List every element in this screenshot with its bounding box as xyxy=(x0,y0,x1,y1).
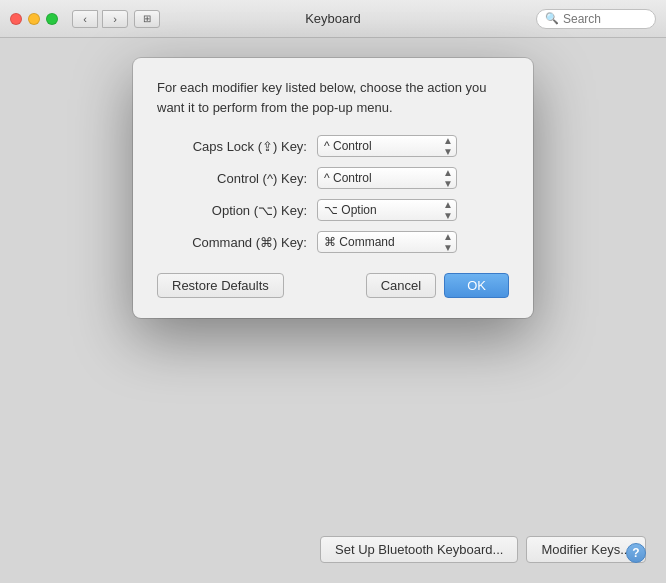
key-select-wrapper-2: No Action^ Control⌥ Option⌘ Command⇪ Cap… xyxy=(317,199,457,221)
main-content: For each modifier key listed below, choo… xyxy=(0,38,666,583)
key-row-1: Control (^) Key:No Action^ Control⌥ Opti… xyxy=(157,167,509,189)
modal-buttons: Restore Defaults Cancel OK xyxy=(157,273,509,298)
forward-button[interactable]: › xyxy=(102,10,128,28)
search-bar[interactable]: 🔍 xyxy=(536,9,656,29)
key-label-3: Command (⌘) Key: xyxy=(157,235,317,250)
key-select-0[interactable]: No Action^ Control⌥ Option⌘ Command⇪ Cap… xyxy=(317,135,457,157)
modal-dialog: For each modifier key listed below, choo… xyxy=(133,58,533,318)
bottom-bar: Set Up Bluetooth Keyboard... Modifier Ke… xyxy=(0,536,666,563)
search-input[interactable] xyxy=(563,12,647,26)
maximize-button[interactable] xyxy=(46,13,58,25)
grid-button[interactable]: ⊞ xyxy=(134,10,160,28)
window-title: Keyboard xyxy=(305,11,361,26)
search-icon: 🔍 xyxy=(545,12,559,25)
key-select-2[interactable]: No Action^ Control⌥ Option⌘ Command⇪ Cap… xyxy=(317,199,457,221)
nav-buttons: ‹ › xyxy=(72,10,128,28)
close-button[interactable] xyxy=(10,13,22,25)
titlebar: ‹ › ⊞ Keyboard 🔍 xyxy=(0,0,666,38)
key-row-3: Command (⌘) Key:No Action^ Control⌥ Opti… xyxy=(157,231,509,253)
ok-button[interactable]: OK xyxy=(444,273,509,298)
restore-defaults-button[interactable]: Restore Defaults xyxy=(157,273,284,298)
bluetooth-keyboard-button[interactable]: Set Up Bluetooth Keyboard... xyxy=(320,536,518,563)
key-select-3[interactable]: No Action^ Control⌥ Option⌘ Command⇪ Cap… xyxy=(317,231,457,253)
key-rows-container: Caps Lock (⇪) Key:No Action^ Control⌥ Op… xyxy=(157,135,509,253)
modal-description: For each modifier key listed below, choo… xyxy=(157,78,509,117)
key-row-0: Caps Lock (⇪) Key:No Action^ Control⌥ Op… xyxy=(157,135,509,157)
key-row-2: Option (⌥) Key:No Action^ Control⌥ Optio… xyxy=(157,199,509,221)
key-select-wrapper-3: No Action^ Control⌥ Option⌘ Command⇪ Cap… xyxy=(317,231,457,253)
back-button[interactable]: ‹ xyxy=(72,10,98,28)
key-select-wrapper-1: No Action^ Control⌥ Option⌘ Command⇪ Cap… xyxy=(317,167,457,189)
help-button[interactable]: ? xyxy=(626,543,646,563)
key-label-1: Control (^) Key: xyxy=(157,171,317,186)
minimize-button[interactable] xyxy=(28,13,40,25)
key-select-1[interactable]: No Action^ Control⌥ Option⌘ Command⇪ Cap… xyxy=(317,167,457,189)
traffic-lights xyxy=(10,13,58,25)
key-label-2: Option (⌥) Key: xyxy=(157,203,317,218)
key-select-wrapper-0: No Action^ Control⌥ Option⌘ Command⇪ Cap… xyxy=(317,135,457,157)
key-label-0: Caps Lock (⇪) Key: xyxy=(157,139,317,154)
cancel-button[interactable]: Cancel xyxy=(366,273,436,298)
